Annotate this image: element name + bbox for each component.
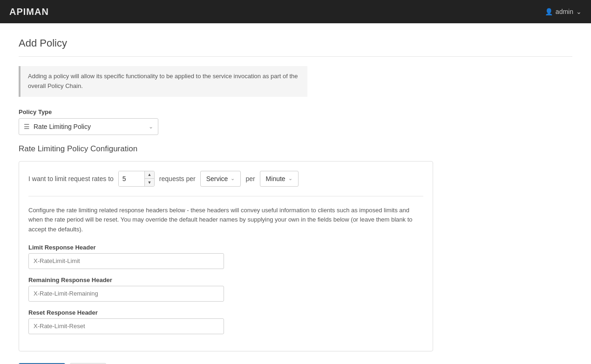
chevron-down-icon: ⌄ bbox=[231, 175, 235, 182]
chevron-down-icon: ⌄ bbox=[288, 175, 292, 182]
brand-text: APIMAN bbox=[9, 7, 49, 17]
navbar: APIMAN 👤 admin ⌄ bbox=[0, 0, 591, 23]
period-dropdown[interactable]: Minute ⌄ bbox=[260, 171, 299, 187]
spin-up-button[interactable]: ▲ bbox=[145, 171, 154, 179]
rate-limit-middle: requests per bbox=[159, 175, 196, 182]
user-menu[interactable]: 👤 admin ⌄ bbox=[545, 8, 582, 15]
chevron-down-icon: ⌄ bbox=[576, 8, 582, 15]
info-box: Adding a policy will allow its specific … bbox=[19, 66, 307, 97]
remaining-header-input[interactable] bbox=[28, 286, 224, 302]
rate-limit-separator: per bbox=[245, 175, 255, 182]
config-description: Configure the rate limiting related resp… bbox=[28, 206, 423, 235]
rate-value-input-wrapper[interactable]: ▲ ▼ bbox=[118, 171, 155, 187]
chevron-down-icon: ⌄ bbox=[149, 123, 153, 130]
info-text: Adding a policy will allow its specific … bbox=[28, 73, 298, 89]
reset-header-input[interactable] bbox=[28, 318, 224, 334]
limit-header-group: Limit Response Header bbox=[28, 244, 423, 269]
limit-header-input[interactable] bbox=[28, 253, 224, 269]
reset-header-group: Reset Response Header bbox=[28, 309, 423, 334]
rate-limit-row: I want to limit request rates to ▲ ▼ req… bbox=[28, 171, 423, 196]
config-box: I want to limit request rates to ▲ ▼ req… bbox=[19, 161, 433, 351]
granularity-dropdown[interactable]: Service ⌄ bbox=[200, 171, 241, 187]
reset-header-label: Reset Response Header bbox=[28, 309, 423, 316]
main-content: Add Policy Adding a policy will allow it… bbox=[0, 23, 591, 364]
user-icon: 👤 bbox=[545, 8, 553, 15]
brand-logo: APIMAN bbox=[9, 7, 49, 17]
remaining-header-label: Remaining Response Header bbox=[28, 276, 423, 283]
spin-down-button[interactable]: ▼ bbox=[145, 179, 154, 186]
config-section-title: Rate Limiting Policy Configuration bbox=[19, 144, 572, 154]
filter-icon: ☰ bbox=[24, 123, 30, 130]
policy-type-dropdown[interactable]: ☰ Rate Limiting Policy ⌄ bbox=[19, 118, 158, 135]
user-label: admin bbox=[556, 8, 573, 15]
remaining-header-group: Remaining Response Header bbox=[28, 276, 423, 302]
limit-header-label: Limit Response Header bbox=[28, 244, 423, 251]
granularity-value: Service bbox=[206, 175, 228, 182]
policy-type-section: Policy Type ☰ Rate Limiting Policy ⌄ bbox=[19, 108, 572, 135]
spinner-buttons: ▲ ▼ bbox=[144, 171, 154, 186]
rate-limit-prefix: I want to limit request rates to bbox=[28, 175, 114, 182]
policy-type-value: Rate Limiting Policy bbox=[34, 123, 149, 130]
page-title: Add Policy bbox=[19, 37, 572, 57]
period-value: Minute bbox=[266, 175, 285, 182]
rate-value-input[interactable] bbox=[119, 171, 144, 186]
policy-type-label: Policy Type bbox=[19, 108, 572, 115]
